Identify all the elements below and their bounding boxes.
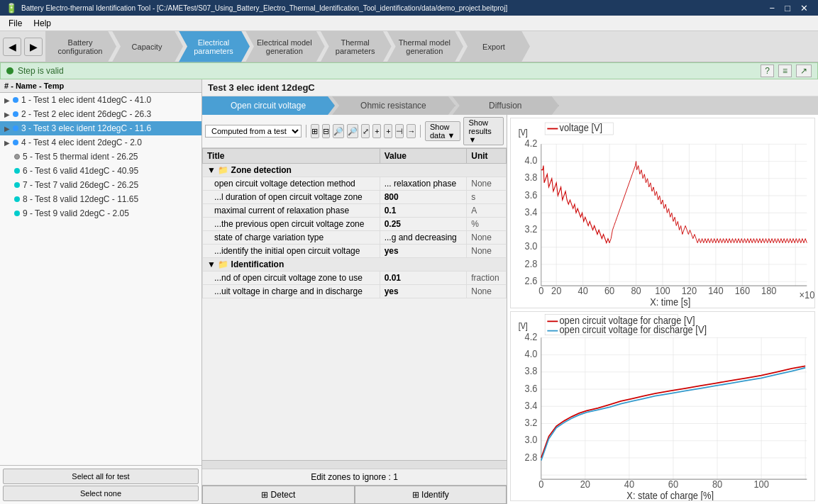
- status-dot: [14, 196, 20, 202]
- select-all-button[interactable]: Select all for test: [3, 469, 199, 484]
- detect-button[interactable]: ⊞ Detect: [202, 486, 355, 504]
- toolbar-plus2-btn[interactable]: +: [384, 124, 392, 138]
- nav-step-thermal[interactable]: Thermalparameters: [321, 31, 392, 62]
- param-table: Title Value Unit ▼ 📁 Zone detection: [202, 148, 507, 460]
- nav-forward-arrow[interactable]: ▶: [24, 38, 43, 56]
- param-unit: None: [467, 245, 507, 258]
- param-title: ...the previous open circuit voltage zon…: [203, 218, 380, 231]
- svg-text:3.8: 3.8: [525, 365, 538, 376]
- expand-icon: ▶: [4, 111, 10, 118]
- test-item[interactable]: ▶ 2 - Test 2 elec ident 26degC - 26.3: [0, 107, 201, 121]
- svg-text:100: 100: [753, 478, 769, 490]
- param-value: ... relaxation phase: [380, 177, 467, 191]
- identify-button[interactable]: ⊞ Identify: [355, 486, 507, 504]
- minimize-button[interactable]: −: [766, 3, 780, 13]
- window-title: Battery Electro-thermal Identification T…: [21, 4, 507, 12]
- toolbar-minus-btn[interactable]: ⊟: [322, 124, 331, 138]
- test-item[interactable]: 9 - Test 9 valid 2degC - 2.05: [0, 206, 201, 220]
- tab-open-circuit[interactable]: Open circuit voltage: [202, 96, 335, 115]
- status-dot: [14, 211, 20, 216]
- expand-icon: ▶: [4, 139, 10, 147]
- test-item[interactable]: ▶ 4 - Test 4 elec ident 2degC - 2.0: [0, 135, 201, 150]
- test-list: ▶ 1 - Test 1 elec ident 41degC - 41.0 ▶ …: [0, 93, 201, 465]
- main-area: # - Name - Temp ▶ 1 - Test 1 elec ident …: [0, 79, 818, 504]
- maximize-button[interactable]: □: [780, 3, 795, 13]
- svg-text:3.4: 3.4: [525, 206, 538, 218]
- test-item[interactable]: ▶ 3 - Test 3 elec ident 12degC - 11.6: [0, 121, 201, 135]
- top-chart: [V]: [510, 118, 815, 308]
- external-icon[interactable]: ↗: [796, 65, 812, 77]
- svg-text:80: 80: [712, 478, 723, 490]
- status-dot: [13, 111, 18, 117]
- nav-step-export[interactable]: Export: [459, 31, 530, 62]
- section-label: ▼ 📁 Identification: [203, 258, 507, 271]
- nav-back-arrow[interactable]: ◀: [3, 38, 21, 56]
- svg-text:open circuit voltage for disch: open circuit voltage for discharge [V]: [559, 324, 707, 335]
- param-value: 0.1: [380, 204, 467, 218]
- bottom-chart-svg: [V]: [511, 312, 814, 501]
- show-data-button[interactable]: Show data ▼: [425, 121, 461, 141]
- svg-text:60: 60: [604, 286, 615, 297]
- left-panel: # - Name - Temp ▶ 1 - Test 1 elec ident …: [0, 79, 202, 504]
- nav-step-elec-model[interactable]: Electrical modelgeneration: [245, 31, 325, 62]
- test-item-label: 1 - Test 1 elec ident 41degC - 41.0: [21, 95, 151, 105]
- table-row: ...identify the initial open circuit vol…: [203, 245, 507, 258]
- svg-text:20: 20: [580, 478, 591, 490]
- title-left: 🔋 Battery Electro-thermal Identification…: [6, 3, 507, 13]
- table-scrollbar[interactable]: [202, 460, 507, 469]
- svg-text:100: 100: [655, 286, 670, 297]
- close-button[interactable]: ✕: [796, 3, 812, 13]
- nav-step-capacity[interactable]: Capacity: [112, 31, 183, 62]
- menu-file[interactable]: File: [3, 17, 28, 30]
- param-value: yes: [380, 245, 467, 258]
- svg-text:0: 0: [538, 478, 543, 490]
- param-value: 0.01: [380, 271, 467, 285]
- svg-text:80: 80: [631, 286, 641, 297]
- settings-icon[interactable]: ≡: [778, 65, 792, 77]
- select-none-button[interactable]: Select none: [3, 486, 199, 501]
- expand-icon: ▶: [4, 96, 10, 104]
- toolbar-zoom2-btn[interactable]: 🔎: [347, 124, 358, 138]
- status-dot: [14, 182, 20, 188]
- svg-text:[V]: [V]: [519, 321, 528, 330]
- section-collapse-icon[interactable]: ▼: [207, 259, 216, 269]
- toolbar-expand-btn[interactable]: ⤢: [361, 124, 370, 138]
- param-unit: %: [467, 218, 507, 231]
- svg-text:4.0: 4.0: [525, 155, 538, 166]
- svg-text:3.0: 3.0: [525, 434, 538, 445]
- menu-help[interactable]: Help: [28, 17, 57, 30]
- table-row: ...uit voltage in charge and in discharg…: [203, 285, 507, 298]
- test-item[interactable]: 7 - Test 7 valid 26degC - 26.25: [0, 178, 201, 192]
- tab-ohmic[interactable]: Ohmic resistance: [332, 96, 455, 115]
- title-bar: 🔋 Battery Electro-thermal Identification…: [0, 0, 818, 16]
- svg-text:X: time [s]: X: time [s]: [650, 296, 690, 307]
- help-icon[interactable]: ?: [761, 65, 774, 77]
- svg-text:4.0: 4.0: [525, 348, 538, 359]
- show-results-button[interactable]: Show results ▼: [463, 117, 504, 145]
- param-unit: s: [467, 191, 507, 204]
- svg-text:3.2: 3.2: [525, 417, 538, 428]
- test-item[interactable]: 6 - Test 6 valid 41degC - 40.95: [0, 164, 201, 178]
- toolbar-grid-btn[interactable]: ⊞: [311, 124, 319, 138]
- svg-text:3.8: 3.8: [525, 172, 538, 184]
- section-collapse-icon[interactable]: ▼: [207, 165, 216, 175]
- method-dropdown[interactable]: Computed from a test Manual: [205, 125, 302, 138]
- test-item[interactable]: ▶ 1 - Test 1 elec ident 41degC - 41.0: [0, 93, 201, 107]
- nav-step-thermal-model[interactable]: Thermal modelgeneration: [387, 31, 463, 62]
- svg-text:40: 40: [624, 478, 635, 490]
- toolbar-zoom-btn[interactable]: 🔎: [333, 124, 344, 138]
- test-item[interactable]: 8 - Test 8 valid 12degC - 11.65: [0, 192, 201, 206]
- window-controls[interactable]: − □ ✕: [766, 3, 812, 13]
- toolbar-left-btn[interactable]: ⊣: [395, 124, 404, 138]
- svg-text:120: 120: [682, 286, 697, 297]
- status-dot: [13, 125, 18, 131]
- toolbar-plus-btn[interactable]: +: [372, 124, 381, 138]
- left-panel-buttons: Select all for test Select none: [0, 465, 201, 504]
- panel-title: Test 3 elec ident 12degC: [202, 79, 818, 96]
- toolbar-right-btn[interactable]: →: [407, 124, 416, 138]
- svg-text:4.2: 4.2: [525, 331, 538, 342]
- tab-diffusion[interactable]: Diffusion: [453, 96, 559, 115]
- test-item[interactable]: 5 - Test 5 thermal ident - 26.25: [0, 150, 201, 164]
- nav-step-battery[interactable]: Batteryconfiguration: [45, 31, 116, 62]
- nav-step-electrical[interactable]: Electricalparameters: [179, 31, 250, 62]
